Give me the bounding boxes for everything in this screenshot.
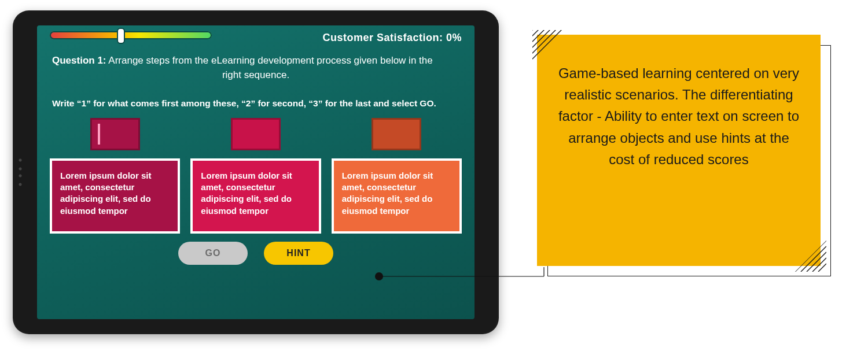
game-screen: Customer Satisfaction: 0% Question 1: Ar… — [37, 25, 475, 319]
answer-column-1: Lorem ipsum dolor sit amet, consectetur … — [50, 118, 180, 234]
meter-knob[interactable] — [118, 29, 124, 43]
svg-line-9 — [812, 258, 826, 272]
action-buttons: GO HINT — [37, 242, 475, 265]
order-input-3[interactable] — [372, 118, 421, 150]
step-card-1[interactable]: Lorem ipsum dolor sit amet, consectetur … — [50, 158, 180, 234]
annotation-callout: Game-based learning centered on very rea… — [537, 35, 821, 266]
hint-button[interactable]: HINT — [264, 242, 333, 265]
question-text-a: Arrange steps from the eLearning develop… — [108, 55, 432, 66]
question-instruction: Write “1” for what comes first among the… — [52, 98, 459, 109]
callout-body: Game-based learning centered on very rea… — [537, 35, 821, 266]
answer-columns: Lorem ipsum dolor sit amet, consectetur … — [37, 112, 475, 234]
tablet-frame: Customer Satisfaction: 0% Question 1: Ar… — [13, 10, 499, 334]
step-card-3[interactable]: Lorem ipsum dolor sit amet, consectetur … — [332, 158, 462, 234]
step-card-2[interactable]: Lorem ipsum dolor sit amet, consectetur … — [190, 158, 321, 234]
satisfaction-label: Customer Satisfaction: 0% — [322, 32, 462, 44]
question-block: Question 1: Arrange steps from the eLear… — [37, 46, 475, 112]
top-bar: Customer Satisfaction: 0% — [37, 25, 475, 46]
text-cursor — [98, 124, 100, 145]
question-text-b: right sequence. — [52, 69, 459, 82]
go-button[interactable]: GO — [178, 242, 248, 265]
answer-column-3: Lorem ipsum dolor sit amet, consectetur … — [332, 118, 462, 234]
meter-track — [50, 31, 212, 39]
question-number: Question 1: — [52, 55, 106, 66]
order-input-2[interactable] — [231, 118, 281, 150]
order-input-1[interactable] — [90, 118, 140, 150]
answer-column-2: Lorem ipsum dolor sit amet, consectetur … — [190, 118, 321, 234]
satisfaction-meter — [50, 31, 212, 44]
callout-text: Game-based learning centered on very rea… — [558, 65, 799, 167]
